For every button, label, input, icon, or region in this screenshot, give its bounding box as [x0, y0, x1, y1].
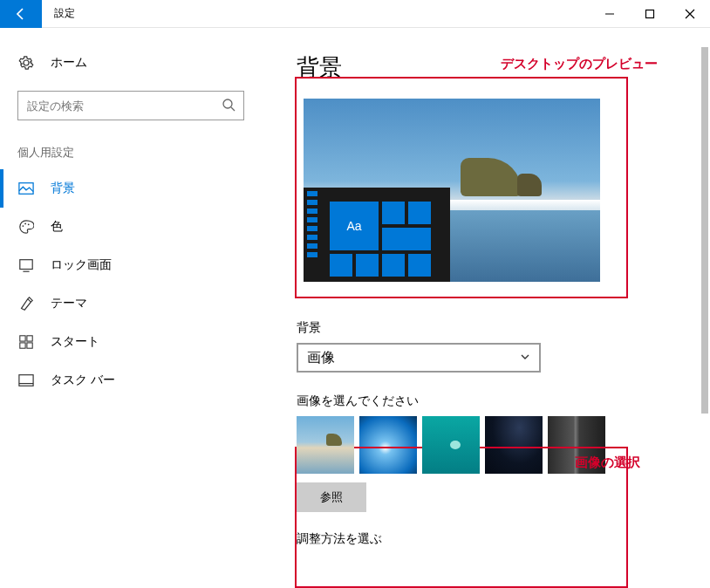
content-area: 背景 デスクトップのプレビュー Aa: [262, 28, 710, 588]
nav-taskbar[interactable]: タスク バー: [0, 361, 262, 400]
svg-point-5: [23, 225, 24, 227]
chevron-down-icon: [520, 350, 530, 366]
fit-label: 調整方法を選ぶ: [297, 531, 675, 547]
nav-background[interactable]: 背景: [0, 169, 262, 208]
dropdown-value: 画像: [307, 349, 335, 367]
annotation-preview: デスクトップのプレビュー: [501, 56, 658, 72]
back-button[interactable]: [0, 0, 42, 28]
nav-label: スタート: [51, 334, 99, 350]
minimize-button[interactable]: [590, 0, 630, 28]
wallpaper-thumb-3[interactable]: [422, 416, 480, 474]
nav-themes[interactable]: テーマ: [0, 284, 262, 323]
search-field[interactable]: [17, 91, 244, 120]
taskbar-icon: [17, 372, 35, 389]
section-header: 個人用設定: [0, 145, 262, 169]
nav-label: 背景: [51, 181, 75, 196]
svg-rect-10: [20, 336, 25, 341]
sidebar: ホーム 個人用設定 背景 色 ロック画面 テーマ スタート: [0, 28, 262, 588]
start-icon: [17, 333, 35, 351]
home-label: ホーム: [51, 55, 87, 71]
wallpaper-thumb-2[interactable]: [359, 416, 417, 474]
titlebar: 設定: [0, 0, 710, 28]
browse-button[interactable]: 参照: [297, 482, 366, 512]
svg-rect-13: [27, 343, 32, 348]
svg-rect-12: [20, 343, 25, 348]
nav-label: ロック画面: [51, 257, 112, 273]
nav-label: 色: [51, 219, 63, 235]
window-title: 設定: [54, 6, 75, 21]
nav-label: タスク バー: [51, 373, 115, 388]
nav-start[interactable]: スタート: [0, 323, 262, 361]
preview-tile-aa: Aa: [330, 202, 379, 250]
svg-point-2: [223, 99, 232, 108]
desktop-preview: Aa: [304, 99, 600, 282]
svg-rect-11: [27, 336, 32, 341]
maximize-button[interactable]: [630, 0, 670, 28]
scrollbar[interactable]: [701, 47, 708, 583]
nav-lockscreen[interactable]: ロック画面: [0, 246, 262, 284]
close-button[interactable]: [670, 0, 710, 28]
svg-line-3: [231, 107, 235, 111]
svg-point-7: [28, 223, 30, 225]
gear-icon: [17, 54, 35, 72]
svg-point-6: [24, 223, 26, 225]
annotation-select: 画像の選択: [575, 455, 640, 471]
svg-rect-8: [20, 260, 32, 270]
choose-label: 画像を選んでください: [297, 393, 675, 409]
svg-rect-1: [646, 10, 654, 17]
background-dropdown[interactable]: 画像: [297, 343, 541, 373]
window-controls: [590, 0, 710, 28]
palette-icon: [17, 218, 35, 236]
wallpaper-thumb-1[interactable]: [297, 416, 354, 474]
scrollbar-thumb[interactable]: [701, 47, 708, 414]
theme-icon: [17, 295, 35, 312]
home-link[interactable]: ホーム: [0, 49, 262, 77]
search-icon: [222, 98, 236, 115]
lockscreen-icon: [17, 256, 35, 274]
svg-rect-14: [19, 375, 33, 386]
background-label: 背景: [297, 320, 675, 336]
nav-colors[interactable]: 色: [0, 208, 262, 246]
search-input[interactable]: [17, 91, 244, 120]
picture-icon: [17, 180, 35, 197]
nav-label: テーマ: [51, 296, 87, 311]
wallpaper-thumb-4[interactable]: [485, 416, 543, 474]
